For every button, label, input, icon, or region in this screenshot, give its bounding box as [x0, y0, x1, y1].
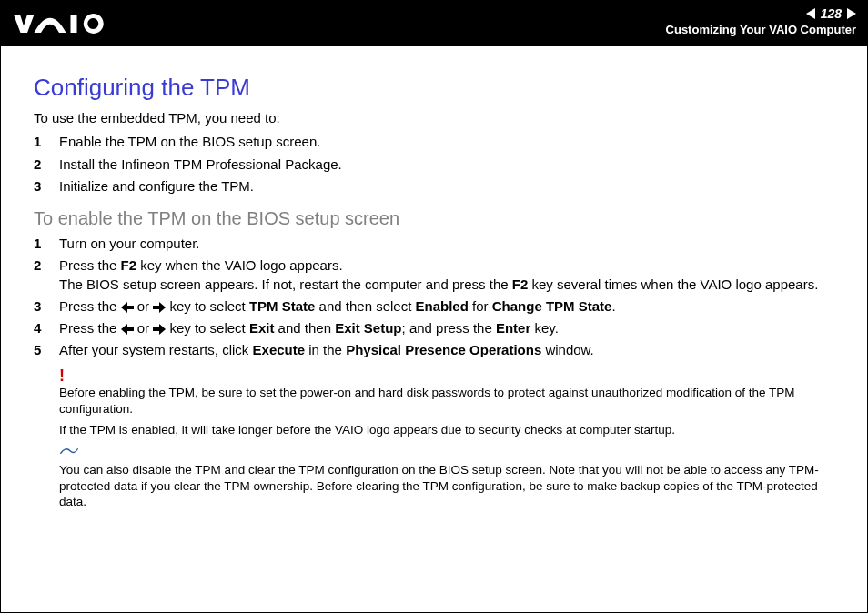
svg-rect-0: [71, 15, 77, 33]
warning-icon: !: [59, 366, 847, 387]
intro-text: To use the embedded TPM, you need to:: [34, 109, 847, 127]
pencil-icon: [59, 444, 847, 463]
list-item: 2 Press the F2 key when the VAIO logo ap…: [34, 256, 847, 294]
list-item: 1Enable the TPM on the BIOS setup screen…: [34, 133, 847, 151]
steps-overview: 1Enable the TPM on the BIOS setup screen…: [34, 133, 847, 196]
arrow-left-icon: [121, 324, 134, 335]
warning-text-1: Before enabling the TPM, be sure to set …: [59, 386, 794, 416]
next-page-icon[interactable]: [847, 8, 856, 19]
warning-note-2: If the TPM is enabled, it will take long…: [59, 422, 847, 438]
page-number: 128: [821, 6, 842, 21]
section-title: Customizing Your VAIO Computer: [666, 23, 856, 36]
list-item: 1 Turn on your computer.: [34, 235, 847, 253]
page-title: Configuring the TPM: [34, 72, 847, 104]
list-item: 3 Press the or key to select TPM State a…: [34, 297, 847, 316]
arrow-left-icon: [121, 302, 134, 313]
warning-note: ! Before enabling the TPM, be sure to se…: [59, 366, 847, 417]
header-right: 128 Customizing Your VAIO Computer: [666, 6, 856, 36]
list-item: 3Initialize and configure the TPM.: [34, 177, 847, 196]
list-item: 5 After your system restarts, click Exec…: [34, 341, 847, 359]
arrow-right-icon: [153, 324, 166, 335]
page-number-nav: 128: [666, 6, 856, 21]
warning-text-2: If the TPM is enabled, it will take long…: [59, 423, 675, 437]
subsection-title: To enable the TPM on the BIOS setup scre…: [34, 206, 847, 231]
content: Configuring the TPM To use the embedded …: [1, 46, 867, 525]
arrow-right-icon: [153, 302, 166, 313]
prev-page-icon[interactable]: [806, 8, 815, 19]
vaio-logo: [14, 10, 114, 37]
tip-note: You can also disable the TPM and clear t…: [59, 444, 847, 510]
list-item: 4 Press the or key to select Exit and th…: [34, 319, 847, 337]
tip-text: You can also disable the TPM and clear t…: [59, 463, 819, 508]
page: 128 Customizing Your VAIO Computer Confi…: [0, 0, 868, 613]
steps-bios: 1 Turn on your computer. 2 Press the F2 …: [34, 235, 847, 360]
list-item: 2Install the Infineon TPM Professional P…: [34, 156, 847, 174]
header-bar: 128 Customizing Your VAIO Computer: [1, 1, 867, 46]
